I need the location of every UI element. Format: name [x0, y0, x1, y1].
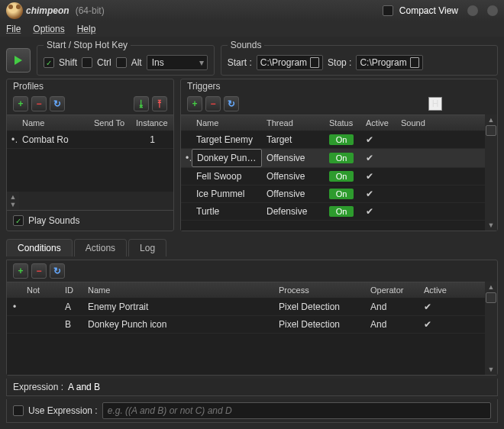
menu-help[interactable]: Help	[77, 24, 96, 34]
close-button[interactable]	[487, 5, 498, 16]
ctrl-label: Ctrl	[97, 57, 111, 68]
col-cond-name[interactable]: Name	[83, 282, 274, 298]
col-status[interactable]: Status	[325, 115, 361, 131]
profile-refresh-button[interactable]: ↻	[50, 96, 65, 111]
expression-label: Expression :	[13, 382, 63, 392]
titlebar: chimpeon (64-bit) Compact View	[0, 0, 504, 21]
hotkey-key-combo[interactable]: Ins	[147, 55, 208, 70]
condition-row[interactable]: BDonkey Punch iconPixel DetectionAnd✔	[7, 316, 485, 334]
hotkey-legend: Start / Stop Hot Key	[44, 40, 131, 50]
col-active[interactable]: Active	[361, 115, 396, 131]
col-sendto[interactable]: Send To	[89, 115, 131, 131]
profile-import-button[interactable]: ⭳	[134, 96, 149, 111]
tabs: Conditions Actions Log	[6, 239, 498, 256]
scrollbar-handle[interactable]	[486, 125, 496, 136]
trigger-refresh-button[interactable]: ↻	[224, 96, 239, 111]
col-not[interactable]: Not	[22, 282, 60, 298]
trigger-row[interactable]: Fell SwoopOffensiveOn✔	[181, 168, 485, 185]
profile-add-button[interactable]: +	[13, 96, 28, 111]
col-name[interactable]: Name	[18, 115, 89, 131]
col-thread[interactable]: Thread	[262, 115, 325, 131]
shift-label: Shift	[59, 57, 77, 68]
col-operator[interactable]: Operator	[366, 282, 419, 298]
profiles-scrollbar[interactable]: ▲▼	[7, 192, 19, 210]
play-button[interactable]	[6, 48, 31, 73]
trigger-row[interactable]: •Donkey PunchOffensiveOn✔	[181, 149, 485, 168]
stop-sound-label: Stop :	[328, 57, 351, 68]
minimize-button[interactable]	[467, 5, 478, 16]
condition-refresh-button[interactable]: ↻	[50, 263, 65, 279]
alt-label: Alt	[131, 57, 142, 68]
start-sound-path[interactable]: C:\Program	[257, 55, 323, 70]
trigger-row[interactable]: Target EnemyTargetOn✔	[181, 131, 485, 149]
trigger-row[interactable]: TurtleDefensiveOn✔	[181, 203, 485, 221]
alt-checkbox[interactable]	[116, 57, 127, 68]
compact-view-checkbox[interactable]	[383, 5, 393, 16]
compact-view-label: Compact View	[399, 5, 458, 16]
condition-add-button[interactable]: +	[13, 263, 28, 279]
tab-conditions[interactable]: Conditions	[6, 239, 73, 256]
document-icon	[410, 57, 419, 68]
use-expression-checkbox[interactable]	[13, 405, 24, 416]
scrollbar-handle[interactable]	[486, 292, 496, 303]
tab-actions[interactable]: Actions	[74, 239, 127, 256]
arch-label: (64-bit)	[76, 5, 105, 16]
col-cond-active[interactable]: Active	[419, 282, 485, 298]
expression-value: A and B	[68, 382, 100, 392]
col-trigger-name[interactable]: Name	[192, 115, 262, 131]
play-sounds-checkbox[interactable]: ✓	[13, 215, 24, 226]
monkey-icon	[6, 2, 23, 19]
app-name: chimpeon	[26, 5, 69, 16]
use-expression-label: Use Expression :	[28, 405, 98, 416]
sounds-legend: Sounds	[228, 40, 265, 50]
shift-checkbox[interactable]: ✓	[44, 57, 54, 68]
condition-row[interactable]: •AEnemy PortraitPixel DetectionAnd✔	[7, 298, 485, 316]
col-instance[interactable]: Instance	[131, 115, 173, 131]
trigger-h-button[interactable]: H	[428, 97, 442, 111]
condition-remove-button[interactable]: −	[31, 263, 47, 279]
col-process[interactable]: Process	[274, 282, 366, 298]
trigger-add-button[interactable]: +	[187, 96, 202, 111]
play-sounds-label: Play Sounds	[28, 215, 79, 226]
menu-file[interactable]: File	[6, 24, 21, 34]
profile-export-button[interactable]: ⭱	[152, 96, 167, 111]
col-sound[interactable]: Sound	[396, 115, 485, 131]
document-icon	[310, 57, 319, 68]
col-id[interactable]: ID	[60, 282, 83, 298]
svg-marker-0	[15, 56, 22, 65]
trigger-row[interactable]: Ice PummelOffensiveOn✔	[181, 185, 485, 203]
profile-row[interactable]: • Combat Ro 1	[7, 131, 173, 149]
expression-input[interactable]	[102, 402, 491, 419]
menubar: File Options Help	[0, 21, 504, 37]
start-sound-label: Start :	[228, 57, 252, 68]
menu-options[interactable]: Options	[33, 24, 64, 34]
tab-log[interactable]: Log	[128, 239, 166, 256]
ctrl-checkbox[interactable]	[82, 57, 92, 68]
profiles-title: Profiles	[7, 79, 173, 93]
conditions-scrollbar[interactable]: ▲▼	[485, 282, 497, 375]
triggers-title: Triggers	[181, 79, 497, 93]
app-logo: chimpeon	[6, 2, 69, 19]
triggers-scrollbar[interactable]: ▲▼	[485, 115, 497, 231]
trigger-remove-button[interactable]: −	[205, 96, 221, 111]
profile-remove-button[interactable]: −	[31, 96, 47, 111]
stop-sound-path[interactable]: C:\Program	[356, 55, 422, 70]
